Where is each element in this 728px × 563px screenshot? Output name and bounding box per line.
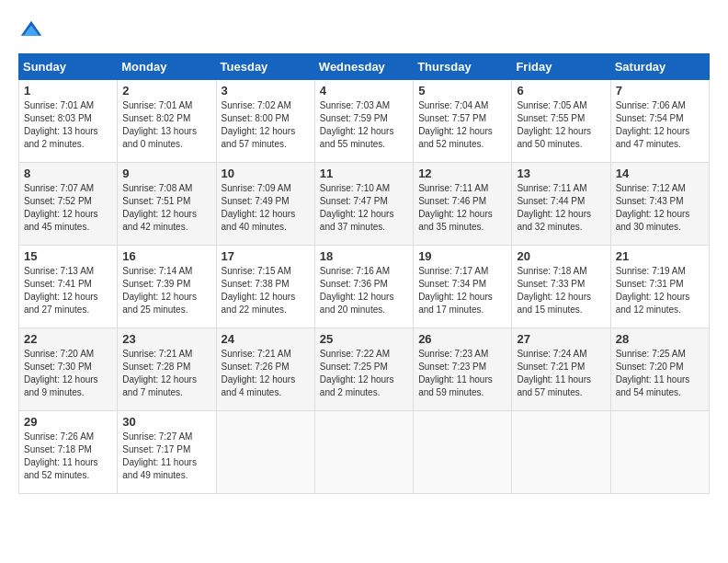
- calendar-cell-empty-4-5: [512, 411, 610, 494]
- calendar-cell-14: 14Sunrise: 7:12 AMSunset: 7:43 PMDayligh…: [610, 163, 709, 246]
- calendar-cell-17: 17Sunrise: 7:15 AMSunset: 7:38 PMDayligh…: [216, 246, 314, 328]
- calendar-cell-25: 25Sunrise: 7:22 AMSunset: 7:25 PMDayligh…: [314, 328, 413, 411]
- calendar-cell-15: 15Sunrise: 7:13 AMSunset: 7:41 PMDayligh…: [19, 246, 118, 328]
- calendar-cell-30: 30Sunrise: 7:27 AMSunset: 7:17 PMDayligh…: [118, 411, 216, 494]
- col-header-sunday: Sunday: [19, 54, 118, 80]
- calendar-cell-20: 20Sunrise: 7:18 AMSunset: 7:33 PMDayligh…: [512, 246, 610, 328]
- calendar-cell-26: 26Sunrise: 7:23 AMSunset: 7:23 PMDayligh…: [414, 328, 512, 411]
- calendar-cell-9: 9Sunrise: 7:08 AMSunset: 7:51 PMDaylight…: [118, 163, 216, 246]
- calendar-cell-6: 6Sunrise: 7:05 AMSunset: 7:55 PMDaylight…: [512, 80, 610, 163]
- calendar-cell-27: 27Sunrise: 7:24 AMSunset: 7:21 PMDayligh…: [512, 328, 610, 411]
- calendar-week-3: 15Sunrise: 7:13 AMSunset: 7:41 PMDayligh…: [19, 246, 710, 328]
- calendar-cell-29: 29Sunrise: 7:26 AMSunset: 7:18 PMDayligh…: [19, 411, 118, 494]
- calendar-cell-10: 10Sunrise: 7:09 AMSunset: 7:49 PMDayligh…: [216, 163, 314, 246]
- calendar-cell-empty-4-2: [216, 411, 314, 494]
- calendar-cell-7: 7Sunrise: 7:06 AMSunset: 7:54 PMDaylight…: [610, 80, 709, 163]
- col-header-monday: Monday: [118, 54, 216, 80]
- logo: [18, 18, 48, 44]
- col-header-tuesday: Tuesday: [216, 54, 314, 80]
- logo-icon: [18, 18, 44, 44]
- calendar-cell-19: 19Sunrise: 7:17 AMSunset: 7:34 PMDayligh…: [414, 246, 512, 328]
- page-header: [18, 18, 710, 44]
- calendar-header-row: SundayMondayTuesdayWednesdayThursdayFrid…: [19, 54, 710, 80]
- col-header-friday: Friday: [512, 54, 610, 80]
- calendar-week-5: 29Sunrise: 7:26 AMSunset: 7:18 PMDayligh…: [19, 411, 710, 494]
- calendar-cell-empty-4-6: [610, 411, 709, 494]
- col-header-thursday: Thursday: [414, 54, 512, 80]
- calendar-table: SundayMondayTuesdayWednesdayThursdayFrid…: [18, 53, 710, 494]
- calendar-cell-21: 21Sunrise: 7:19 AMSunset: 7:31 PMDayligh…: [610, 246, 709, 328]
- calendar-cell-5: 5Sunrise: 7:04 AMSunset: 7:57 PMDaylight…: [414, 80, 512, 163]
- calendar-cell-2: 2Sunrise: 7:01 AMSunset: 8:02 PMDaylight…: [118, 80, 216, 163]
- calendar-cell-22: 22Sunrise: 7:20 AMSunset: 7:30 PMDayligh…: [19, 328, 118, 411]
- calendar-week-1: 1Sunrise: 7:01 AMSunset: 8:03 PMDaylight…: [19, 80, 710, 163]
- calendar-cell-18: 18Sunrise: 7:16 AMSunset: 7:36 PMDayligh…: [314, 246, 413, 328]
- calendar-cell-16: 16Sunrise: 7:14 AMSunset: 7:39 PMDayligh…: [118, 246, 216, 328]
- calendar-cell-12: 12Sunrise: 7:11 AMSunset: 7:46 PMDayligh…: [414, 163, 512, 246]
- calendar-cell-8: 8Sunrise: 7:07 AMSunset: 7:52 PMDaylight…: [19, 163, 118, 246]
- calendar-cell-empty-4-4: [414, 411, 512, 494]
- calendar-cell-4: 4Sunrise: 7:03 AMSunset: 7:59 PMDaylight…: [314, 80, 413, 163]
- col-header-saturday: Saturday: [610, 54, 709, 80]
- calendar-cell-3: 3Sunrise: 7:02 AMSunset: 8:00 PMDaylight…: [216, 80, 314, 163]
- calendar-week-2: 8Sunrise: 7:07 AMSunset: 7:52 PMDaylight…: [19, 163, 710, 246]
- calendar-cell-1: 1Sunrise: 7:01 AMSunset: 8:03 PMDaylight…: [19, 80, 118, 163]
- calendar-cell-empty-4-3: [314, 411, 413, 494]
- calendar-cell-28: 28Sunrise: 7:25 AMSunset: 7:20 PMDayligh…: [610, 328, 709, 411]
- col-header-wednesday: Wednesday: [314, 54, 413, 80]
- calendar-cell-23: 23Sunrise: 7:21 AMSunset: 7:28 PMDayligh…: [118, 328, 216, 411]
- calendar-cell-11: 11Sunrise: 7:10 AMSunset: 7:47 PMDayligh…: [314, 163, 413, 246]
- calendar-cell-13: 13Sunrise: 7:11 AMSunset: 7:44 PMDayligh…: [512, 163, 610, 246]
- calendar-week-4: 22Sunrise: 7:20 AMSunset: 7:30 PMDayligh…: [19, 328, 710, 411]
- calendar-cell-24: 24Sunrise: 7:21 AMSunset: 7:26 PMDayligh…: [216, 328, 314, 411]
